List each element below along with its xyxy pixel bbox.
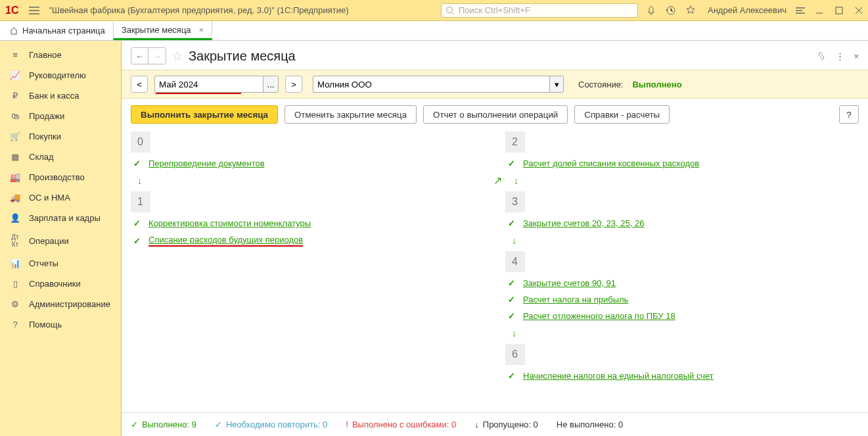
op-link[interactable]: Расчет налога на прибыль bbox=[523, 295, 628, 304]
nav-forward-button[interactable]: → bbox=[148, 48, 166, 64]
settings-icon[interactable] bbox=[796, 6, 805, 15]
sidebar-label: Помощь bbox=[29, 320, 62, 329]
close-page-icon[interactable]: × bbox=[854, 51, 859, 61]
sidebar-item-main[interactable]: ≡Главное bbox=[0, 45, 121, 65]
op-link[interactable]: Закрытие счетов 20, 23, 25, 26 bbox=[523, 218, 644, 228]
main-menu-icon[interactable] bbox=[29, 7, 39, 14]
check-icon: ✓ bbox=[508, 278, 515, 288]
skip-icon: ↓ bbox=[474, 420, 479, 429]
references-button[interactable]: Справки - расчеты bbox=[574, 105, 670, 124]
check-icon: ✓ bbox=[215, 420, 222, 429]
sidebar-label: ОС и НМА bbox=[29, 193, 70, 203]
footer-done-value: 9 bbox=[192, 420, 196, 429]
page-title: Закрытие месяца bbox=[189, 49, 296, 64]
check-icon: ✓ bbox=[133, 158, 141, 168]
sidebar-item-reports[interactable]: 📊Отчеты bbox=[0, 253, 121, 274]
bell-icon[interactable] bbox=[646, 5, 656, 16]
period-next-button[interactable]: > bbox=[285, 76, 302, 93]
user-name[interactable]: Андрей Алексеевич bbox=[708, 5, 787, 15]
sidebar-item-purchases[interactable]: 🛒Покупки bbox=[0, 126, 121, 147]
sidebar-item-warehouse[interactable]: ▦Склад bbox=[0, 147, 121, 167]
maximize-button[interactable] bbox=[835, 7, 843, 14]
period-input[interactable] bbox=[154, 76, 263, 93]
period-select-button[interactable]: ... bbox=[263, 76, 279, 93]
sidebar-item-manager[interactable]: 📈Руководителю bbox=[0, 65, 121, 85]
warning-icon: ! bbox=[346, 420, 348, 429]
check-icon: ✓ bbox=[133, 218, 141, 228]
organization-input[interactable] bbox=[313, 76, 549, 93]
period-prev-button[interactable]: < bbox=[131, 76, 148, 93]
footer-errors-value: 0 bbox=[451, 420, 456, 429]
op-link[interactable]: Списание расходов будущих периодов bbox=[148, 235, 303, 247]
op-link[interactable]: Перепроведение документов bbox=[148, 158, 265, 168]
report-button[interactable]: Отчет о выполнении операций bbox=[423, 105, 568, 124]
sidebar-item-references[interactable]: ▯Справочники bbox=[0, 274, 121, 294]
stage-number: 4 bbox=[505, 251, 525, 272]
btn-label: Отменить закрытие месяца bbox=[294, 110, 407, 120]
sidebar-label: Склад bbox=[29, 152, 54, 162]
sidebar-item-production[interactable]: 🏭Производство bbox=[0, 167, 121, 187]
run-closing-button[interactable]: Выполнить закрытие месяца bbox=[131, 105, 278, 124]
highlight-underline bbox=[156, 93, 241, 94]
organization-dropdown-button[interactable]: ▾ bbox=[549, 76, 564, 93]
book-icon: ▯ bbox=[9, 279, 21, 289]
nav-back-button[interactable]: ← bbox=[131, 48, 148, 64]
search-icon bbox=[445, 6, 455, 15]
state-value: Выполнено bbox=[632, 80, 681, 89]
sidebar-item-bank[interactable]: ₽Банк и касса bbox=[0, 85, 121, 106]
sidebar-item-operations[interactable]: ДтКтОперации bbox=[0, 228, 121, 253]
stage-number: 0 bbox=[131, 132, 150, 153]
history-icon[interactable] bbox=[666, 5, 676, 16]
global-search[interactable]: Поиск Ctrl+Shift+F bbox=[441, 3, 638, 18]
tab-closing-month[interactable]: Закрытие месяца × bbox=[114, 21, 212, 40]
favorite-star-icon[interactable]: ☆ bbox=[171, 48, 183, 64]
more-icon[interactable]: ⋮ bbox=[836, 51, 844, 61]
star-icon[interactable] bbox=[685, 5, 696, 16]
footer-done-label: Выполнено: bbox=[142, 420, 189, 429]
sidebar-label: Производство bbox=[29, 172, 85, 182]
gear-icon: ⚙ bbox=[9, 299, 21, 309]
check-icon: ✓ bbox=[508, 218, 515, 228]
link-icon[interactable] bbox=[816, 51, 827, 61]
arrow-down-icon: ↓ bbox=[137, 176, 484, 186]
sidebar-label: Главное bbox=[29, 50, 62, 60]
op-link[interactable]: Расчет долей списания косвенных расходов bbox=[523, 158, 699, 168]
tab-closing-month-label: Закрытие месяца bbox=[122, 25, 191, 35]
op-link[interactable]: Корректировка стоимости номенклатуры bbox=[148, 218, 311, 228]
check-icon: ✓ bbox=[133, 236, 141, 246]
minimize-button[interactable] bbox=[815, 7, 823, 14]
check-icon: ✓ bbox=[508, 295, 515, 304]
sidebar-item-sales[interactable]: 🛍Продажи bbox=[0, 106, 121, 126]
op-link[interactable]: Начисление налогов на единый налоговый с… bbox=[523, 371, 714, 381]
close-tab-icon[interactable]: × bbox=[199, 25, 204, 35]
help-icon: ? bbox=[9, 320, 21, 329]
footer-notdone-value: 0 bbox=[618, 420, 623, 429]
sidebar-label: Руководителю bbox=[29, 70, 86, 80]
sidebar-label: Администрирование bbox=[29, 299, 110, 309]
op-link[interactable]: Расчет отложенного налога по ПБУ 18 bbox=[523, 311, 675, 321]
navigation-sidebar: ≡Главное 📈Руководителю ₽Банк и касса 🛍Пр… bbox=[0, 41, 122, 436]
help-button[interactable]: ? bbox=[839, 105, 859, 124]
menu-icon: ≡ bbox=[9, 50, 21, 60]
arrow-down-icon: ↓ bbox=[514, 176, 518, 186]
coin-icon: ₽ bbox=[9, 91, 21, 101]
tab-home-label: Начальная страница bbox=[22, 26, 105, 36]
footer-notdone-label: Не выполнено: bbox=[557, 420, 616, 429]
sidebar-item-help[interactable]: ?Помощь bbox=[0, 314, 121, 335]
tab-home[interactable]: Начальная страница bbox=[0, 21, 114, 40]
sidebar-label: Зарплата и кадры bbox=[29, 213, 101, 223]
check-icon: ✓ bbox=[508, 158, 515, 168]
footer-repeat-value: 0 bbox=[323, 420, 327, 429]
footer-skipped-label: Пропущено: bbox=[483, 420, 531, 429]
sidebar-item-assets[interactable]: 🚚ОС и НМА bbox=[0, 187, 121, 208]
sidebar-label: Продажи bbox=[29, 111, 64, 121]
op-link[interactable]: Закрытие счетов 90, 91 bbox=[523, 278, 616, 288]
close-window-button[interactable] bbox=[855, 7, 863, 14]
sidebar-item-hr[interactable]: 👤Зарплата и кадры bbox=[0, 208, 121, 228]
home-icon bbox=[9, 26, 18, 36]
sidebar-item-admin[interactable]: ⚙Администрирование bbox=[0, 294, 121, 314]
stage-number: 2 bbox=[505, 132, 525, 153]
check-icon: ✓ bbox=[508, 371, 515, 381]
cancel-closing-button[interactable]: Отменить закрытие месяца bbox=[285, 105, 417, 124]
cart-icon: 🛒 bbox=[9, 132, 21, 141]
